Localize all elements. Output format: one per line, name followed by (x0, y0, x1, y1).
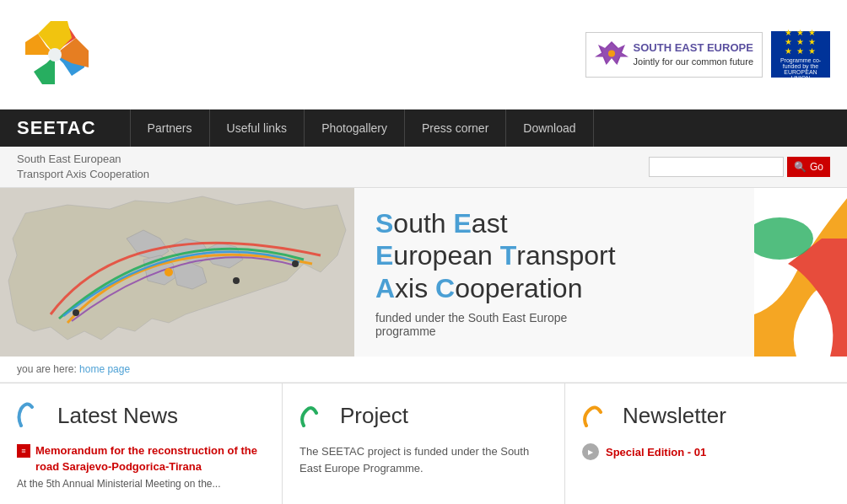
nav-items: Partners Useful links Photogallery Press… (130, 110, 594, 147)
tagline-line2: Transport Axis Cooperation (17, 167, 149, 182)
news-header: Latest News (17, 400, 265, 431)
breadcrumb-prefix: you are here: (17, 363, 77, 375)
news-column: Latest News ≡ Memorandum for the reconst… (0, 383, 283, 504)
nav-useful-links[interactable]: Useful links (210, 110, 305, 147)
seetac-logo (17, 17, 93, 93)
project-title: Project (340, 403, 408, 429)
nav-press-corner[interactable]: Press corner (405, 110, 506, 147)
logo-area (17, 17, 93, 93)
newsletter-item-icon: ▶ (582, 443, 599, 460)
svg-point-9 (608, 50, 615, 56)
newsletter-item-label: Special Edition - 01 (606, 446, 706, 458)
europe-map-svg (0, 188, 354, 357)
see-logo-icon (595, 38, 629, 72)
nav-download[interactable]: Download (506, 110, 593, 147)
newsletter-item[interactable]: ▶ Special Edition - 01 (582, 443, 830, 460)
breadcrumb-home[interactable]: home page (79, 363, 130, 375)
project-text: The SEETAC project is funded under the S… (299, 443, 548, 476)
news-title: Latest News (57, 403, 178, 429)
breadcrumb: you are here: home page (0, 357, 847, 383)
newsletter-header: Newsletter (582, 400, 830, 431)
hero-text: South East European Transport Axis Coope… (354, 188, 754, 357)
nav-photogallery[interactable]: Photogallery (305, 110, 405, 147)
page-header: SOUTH EAST EUROPE Jointly for our common… (0, 0, 847, 110)
see-europe-logo: SOUTH EAST EUROPE Jointly for our common… (585, 32, 763, 78)
navbar-brand: SEETAC (8, 117, 105, 139)
subheader: South East European Transport Axis Coope… (0, 147, 847, 188)
tagline-line1: South East European (17, 152, 149, 167)
search-button[interactable]: 🔍 Go (787, 157, 830, 177)
news-item-excerpt: At the 5th Annual Ministerial Meeting on… (17, 478, 265, 490)
project-icon (299, 400, 330, 431)
newsletter-title: Newsletter (623, 403, 726, 429)
svg-point-12 (165, 268, 173, 276)
hero-decoration (754, 188, 847, 357)
eu-stars: ★ ★ ★★ ★ ★★ ★ ★ (785, 28, 817, 56)
project-column: Project The SEETAC project is funded und… (283, 383, 565, 504)
news-item-icon: ≡ (17, 444, 30, 458)
search-icon: 🔍 (794, 161, 807, 173)
hero-subtitle: funded under the South East Europeprogra… (375, 311, 733, 338)
project-header: Project (299, 400, 548, 431)
decoration-svg (754, 188, 847, 357)
hero-map (0, 188, 354, 357)
hero-title: South East European Transport Axis Coope… (375, 207, 733, 304)
svg-point-6 (48, 48, 62, 62)
nav-partners[interactable]: Partners (130, 110, 210, 147)
search-input[interactable] (649, 157, 784, 177)
news-item-title[interactable]: ≡ Memorandum for the reconstruction of t… (17, 443, 265, 474)
eu-logo: ★ ★ ★★ ★ ★★ ★ ★ Programme co-funded by t… (771, 31, 830, 78)
svg-point-13 (233, 277, 240, 284)
news-item: ≡ Memorandum for the reconstruction of t… (17, 443, 265, 489)
search-label: Go (810, 161, 823, 173)
hero-banner: South East European Transport Axis Coope… (0, 188, 847, 357)
svg-point-11 (73, 309, 79, 316)
see-text: SOUTH EAST EUROPE Jointly for our common… (634, 41, 753, 67)
newsletter-icon (582, 400, 612, 431)
partner-logos: SOUTH EAST EUROPE Jointly for our common… (585, 31, 830, 78)
see-subtitle: Jointly for our common future (634, 56, 753, 67)
news-item-label: Memorandum for the reconstruction of the… (35, 443, 265, 474)
content-row: Latest News ≡ Memorandum for the reconst… (0, 383, 847, 504)
site-tagline: South East European Transport Axis Coope… (17, 152, 149, 182)
eu-text: Programme co-funded by theEUROPEAN UNION (774, 57, 827, 81)
search-area: 🔍 Go (649, 157, 830, 177)
news-icon (17, 400, 47, 431)
see-title: SOUTH EAST EUROPE (634, 41, 753, 54)
svg-point-14 (292, 260, 299, 267)
main-navbar: SEETAC Partners Useful links Photogaller… (0, 110, 847, 147)
newsletter-column: Newsletter ▶ Special Edition - 01 (565, 383, 847, 504)
